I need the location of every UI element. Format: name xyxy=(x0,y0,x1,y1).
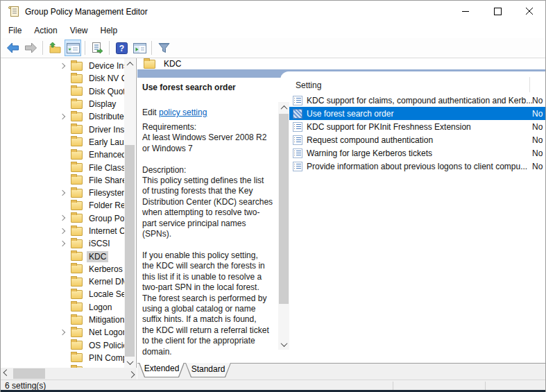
window-title: Group Policy Management Editor xyxy=(25,7,148,17)
description-vertical-scrollbar[interactable] xyxy=(278,102,289,350)
tree-item[interactable]: File Classif xyxy=(1,161,125,173)
tree-item[interactable]: Kernel DM xyxy=(1,275,125,288)
tree-item[interactable]: Device Ins xyxy=(1,60,125,72)
tree-item[interactable]: Kerberos xyxy=(1,263,125,275)
setting-row[interactable]: Use forest search order No xyxy=(289,107,546,120)
scroll-left-icon[interactable] xyxy=(1,368,12,379)
tree-item-label: Kerberos xyxy=(87,264,125,275)
setting-state: No xyxy=(532,148,543,158)
tree-item[interactable]: Driver Inst xyxy=(1,123,125,135)
scrollbar-thumb[interactable] xyxy=(13,368,45,379)
scroll-down-icon[interactable] xyxy=(124,357,135,368)
chevron-right-icon[interactable] xyxy=(60,330,66,336)
tree-item[interactable]: PIN Comp xyxy=(1,352,125,364)
policy-description-pane: Use forest search order Edit policy sett… xyxy=(137,78,278,351)
app-icon xyxy=(8,6,20,17)
setting-state: No xyxy=(532,162,543,171)
tree-item[interactable]: Disk NV Ca xyxy=(1,72,125,85)
scrollbar-thumb[interactable] xyxy=(279,114,289,304)
menu-action[interactable]: Action xyxy=(28,24,63,37)
back-icon[interactable] xyxy=(4,40,21,56)
tree-item-label: PIN Comp xyxy=(87,352,125,364)
setting-row[interactable]: Provide information about previous logon… xyxy=(289,160,546,173)
chevron-right-icon[interactable] xyxy=(60,114,66,120)
tree-item-label: Early Laun xyxy=(87,137,125,148)
setting-row[interactable]: KDC support for PKInit Freshness Extensi… xyxy=(289,120,546,133)
tree-item[interactable]: Net Logon xyxy=(1,326,125,339)
tab-standard[interactable]: Standard xyxy=(185,363,231,377)
menu-help[interactable]: Help xyxy=(94,24,124,37)
tree-item[interactable]: Group Pol xyxy=(1,212,125,225)
folder-icon xyxy=(71,353,83,362)
setting-row[interactable]: KDC support for claims, compound authent… xyxy=(289,94,546,107)
folder-icon xyxy=(71,278,83,287)
tree-item-label: Mitigation xyxy=(87,314,125,325)
scroll-right-icon[interactable] xyxy=(126,368,137,379)
tab-extended[interactable]: Extended xyxy=(139,363,185,377)
chevron-right-icon[interactable] xyxy=(60,228,66,235)
menu-view[interactable]: View xyxy=(64,24,94,37)
tree-item[interactable]: Early Laun xyxy=(1,136,125,148)
chevron-right-icon[interactable] xyxy=(60,63,66,69)
toolbar-separator xyxy=(42,41,43,55)
folder-icon xyxy=(71,125,83,134)
tree-item-label: Distributed xyxy=(87,111,125,122)
tree-horizontal-scrollbar[interactable] xyxy=(1,368,137,380)
tree-item[interactable]: File Share xyxy=(1,174,125,187)
result-header-label: KDC xyxy=(164,59,181,69)
folder-icon xyxy=(71,87,83,96)
show-action-pane-icon[interactable] xyxy=(131,40,148,56)
forward-icon[interactable] xyxy=(22,40,39,56)
tree-item[interactable]: Folder Red xyxy=(1,199,125,212)
tree-item-label: Disk Quota xyxy=(87,86,125,97)
status-text: 6 setting(s) xyxy=(5,381,46,391)
chevron-right-icon[interactable] xyxy=(60,215,66,221)
policy-setting-link[interactable]: policy setting xyxy=(159,108,207,117)
folder-icon xyxy=(71,316,83,325)
tree-item-label: Enhanced xyxy=(87,149,125,160)
settings-rows: KDC support for claims, compound authent… xyxy=(289,94,546,173)
help-icon[interactable]: ? xyxy=(113,40,130,56)
column-separator[interactable] xyxy=(529,77,530,92)
folder-icon xyxy=(71,176,83,185)
show-console-tree-icon[interactable] xyxy=(65,40,81,56)
up-one-level-icon[interactable] xyxy=(46,40,63,56)
tree-item[interactable]: Display xyxy=(1,98,125,110)
chevron-right-icon[interactable] xyxy=(60,241,66,247)
tree-item[interactable]: Mitigation xyxy=(1,314,125,326)
folder-icon xyxy=(71,201,83,210)
tree-item[interactable]: OS Policie xyxy=(1,339,125,352)
scroll-down-icon[interactable] xyxy=(278,339,289,350)
tree-item[interactable]: iSCSI xyxy=(1,237,125,250)
title-bar[interactable]: Group Policy Management Editor xyxy=(1,1,545,22)
tree-item[interactable]: Logon xyxy=(1,301,125,314)
scroll-up-icon[interactable] xyxy=(124,58,135,69)
setting-row[interactable]: Request compound authentication No xyxy=(289,133,546,146)
tree-item[interactable]: Filesystem xyxy=(1,187,125,199)
tree-item[interactable]: Disk Quota xyxy=(1,85,125,98)
column-header-setting[interactable]: Setting xyxy=(296,80,321,90)
filter-icon[interactable] xyxy=(155,40,172,56)
tree-item[interactable]: Internet C xyxy=(1,225,125,237)
setting-label: Provide information about previous logon… xyxy=(307,162,532,171)
main-area: Device Ins Disk NV Ca Disk Quota Display… xyxy=(1,58,546,380)
tree-item[interactable]: Distributed xyxy=(1,110,125,123)
scroll-up-icon[interactable] xyxy=(278,102,289,113)
export-list-icon[interactable] xyxy=(89,40,105,56)
folder-icon xyxy=(71,328,83,337)
scrollbar-thumb[interactable] xyxy=(125,145,135,357)
setting-row[interactable]: Warning for large Kerberos tickets No xyxy=(289,146,546,160)
tree-vertical-scrollbar[interactable] xyxy=(124,58,135,368)
setting-label: Request compound authentication xyxy=(307,135,532,145)
tree-item[interactable]: KDC xyxy=(1,250,125,262)
tree-item[interactable]: Enhanced xyxy=(1,148,125,161)
close-button[interactable] xyxy=(513,1,545,22)
menu-file[interactable]: File xyxy=(2,24,28,37)
chevron-right-icon[interactable] xyxy=(60,190,66,196)
maximize-button[interactable] xyxy=(481,1,513,22)
minimize-button[interactable] xyxy=(450,1,481,22)
tree-item-label: Net Logon xyxy=(87,327,125,338)
tree-item[interactable]: Locale Ser xyxy=(1,288,125,300)
setting-label: Use forest search order xyxy=(307,109,532,119)
toolbar: ? xyxy=(1,38,545,58)
